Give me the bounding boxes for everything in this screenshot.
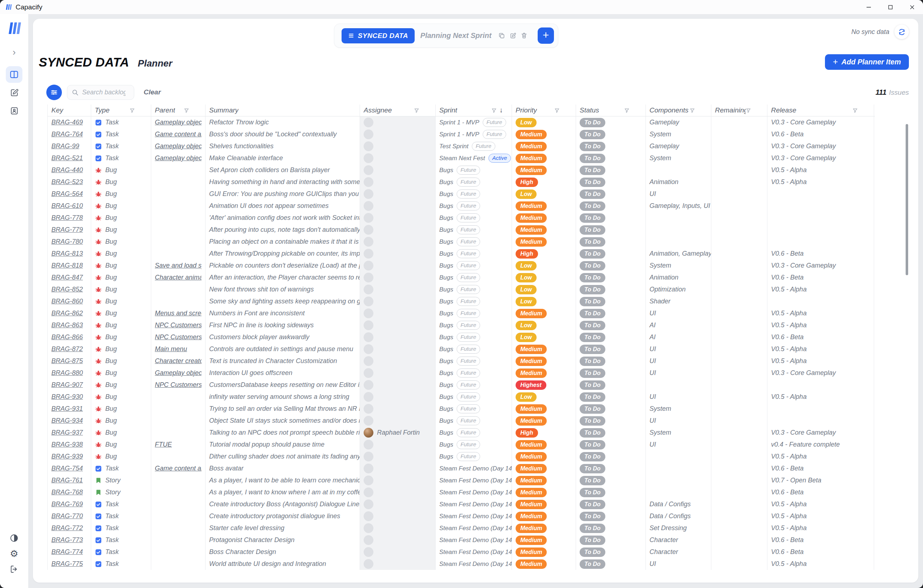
issue-key-link[interactable]: BRAG-847	[51, 274, 83, 281]
issue-key-link[interactable]: BRAG-930	[51, 393, 83, 401]
table-row[interactable]: BRAG-862BugMenus and screensNumbers in F…	[48, 307, 875, 319]
issue-key-link[interactable]: BRAG-779	[51, 226, 83, 234]
table-row[interactable]: BRAG-852BugNew font throws shit ton of w…	[48, 283, 875, 295]
issue-key-link[interactable]: BRAG-872	[51, 346, 83, 353]
table-row[interactable]: BRAG-931BugTrying to sell an order via S…	[48, 403, 875, 415]
clear-filters-link[interactable]: Clear	[144, 88, 161, 96]
add-sprint-button[interactable]: +	[538, 28, 554, 44]
filter-funnel-icon[interactable]	[852, 108, 858, 113]
issue-key-link[interactable]: BRAG-764	[51, 131, 83, 138]
filter-funnel-icon[interactable]	[554, 108, 560, 113]
table-row[interactable]: BRAG-523BugHaving something in hand and …	[48, 176, 875, 188]
issue-key-link[interactable]: BRAG-939	[51, 453, 83, 460]
table-row[interactable]: BRAG-938BugFTUETutorial modal popup shou…	[48, 439, 875, 450]
column-header-components[interactable]: Components	[646, 105, 711, 116]
issue-key-link[interactable]: BRAG-770	[51, 513, 83, 520]
vertical-scrollbar[interactable]	[906, 124, 908, 275]
minimize-button[interactable]	[858, 0, 880, 14]
issue-key-link[interactable]: BRAG-860	[51, 298, 83, 305]
table-row[interactable]: BRAG-769TaskCreate introductory Boss (An…	[48, 498, 875, 510]
parent-link[interactable]: Menus and screens	[155, 310, 202, 317]
issue-key-link[interactable]: BRAG-852	[51, 286, 83, 293]
issue-key-link[interactable]: BRAG-862	[51, 310, 83, 317]
table-row[interactable]: BRAG-860BugSome sky and lighting assets …	[48, 295, 875, 307]
sort-desc-icon[interactable]: ↓	[500, 106, 503, 114]
sidebar-item-contacts[interactable]	[6, 102, 23, 119]
table-row[interactable]: BRAG-772TaskStarter cafe level dressingS…	[48, 522, 875, 534]
table-row[interactable]: BRAG-937BugTalking to an NPC does not pr…	[48, 427, 875, 439]
table-row[interactable]: BRAG-934BugObject State UI stays stuck s…	[48, 415, 875, 427]
issue-key-link[interactable]: BRAG-754	[51, 465, 83, 472]
parent-link[interactable]: Character animatio	[155, 274, 202, 281]
issue-key-link[interactable]: BRAG-780	[51, 238, 83, 246]
filter-funnel-icon[interactable]	[746, 108, 751, 113]
table-row[interactable]: BRAG-779BugAfter pouring into cups, note…	[48, 224, 875, 236]
table-row[interactable]: BRAG-863BugNPC CustomersFirst NPC in lin…	[48, 319, 875, 331]
delete-sprint-button[interactable]	[520, 31, 528, 40]
table-row[interactable]: BRAG-440BugSet Apron cloth colliders on …	[48, 164, 875, 176]
filter-funnel-icon[interactable]	[184, 108, 189, 113]
filter-funnel-icon[interactable]	[624, 108, 629, 113]
column-header-release[interactable]: Release	[767, 105, 874, 116]
column-header-remaining[interactable]: Remaining E	[711, 105, 767, 116]
parent-link[interactable]: Game content and a	[155, 465, 202, 472]
column-header-status[interactable]: Status	[576, 105, 646, 116]
table-row[interactable]: BRAG-907BugNPC CustomersCustomersDatabas…	[48, 379, 875, 391]
filter-funnel-icon[interactable]	[130, 108, 135, 113]
issue-key-link[interactable]: BRAG-866	[51, 333, 83, 341]
issue-key-link[interactable]: BRAG-937	[51, 429, 83, 436]
sprint-tab-label[interactable]: Planning Next Sprint	[420, 31, 492, 40]
filter-button[interactable]	[46, 85, 62, 100]
issue-key-link[interactable]: BRAG-875	[51, 357, 83, 365]
table-row[interactable]: BRAG-780BugPlacing an object on a contai…	[48, 236, 875, 248]
issue-key-link[interactable]: BRAG-521	[51, 154, 83, 162]
parent-link[interactable]: Gameplay objects a	[155, 154, 202, 162]
table-row[interactable]: BRAG-761StoryAs a player, I want to be a…	[48, 475, 875, 486]
column-header-sprint[interactable]: Sprint↓	[436, 105, 512, 116]
table-row[interactable]: BRAG-774TaskBoss Character DesignSteam F…	[48, 546, 875, 558]
table-row[interactable]: BRAG-866BugNPC CustomersCustomers block …	[48, 331, 875, 343]
table-row[interactable]: BRAG-872BugMain menuControls are outdate…	[48, 343, 875, 355]
issue-key-link[interactable]: BRAG-773	[51, 536, 83, 544]
parent-link[interactable]: NPC Customers	[155, 333, 202, 341]
table-row[interactable]: BRAG-930Buginfinity water serving amount…	[48, 391, 875, 403]
table-row[interactable]: BRAG-939BugDither culling shader does no…	[48, 450, 875, 462]
table-row[interactable]: BRAG-610BugAnimation UI does not appear …	[48, 200, 875, 212]
duplicate-sprint-button[interactable]	[498, 31, 506, 40]
issue-key-link[interactable]: BRAG-769	[51, 501, 83, 508]
issue-key-link[interactable]: BRAG-564	[51, 190, 83, 198]
issue-key-link[interactable]: BRAG-99	[51, 142, 79, 150]
table-row[interactable]: BRAG-813BugAfter Throwing/Dropping picka…	[48, 248, 875, 260]
issue-key-link[interactable]: BRAG-907	[51, 381, 83, 389]
parent-link[interactable]: NPC Customers	[155, 381, 202, 389]
table-row[interactable]: BRAG-564BugGUI Error: You are pushing mo…	[48, 188, 875, 200]
close-button[interactable]	[901, 0, 923, 14]
issue-key-link[interactable]: BRAG-523	[51, 178, 83, 186]
parent-link[interactable]: FTUE	[155, 441, 172, 449]
issue-key-link[interactable]: BRAG-934	[51, 417, 83, 424]
theme-toggle-button[interactable]	[10, 534, 18, 542]
parent-link[interactable]: Gameplay objects a	[155, 142, 202, 150]
table-row[interactable]: BRAG-775TaskWorld attribute UI design an…	[48, 558, 875, 570]
edit-sprint-button[interactable]	[509, 31, 517, 40]
issue-key-link[interactable]: BRAG-440	[51, 166, 83, 174]
parent-link[interactable]: Game content and a	[155, 131, 202, 138]
parent-link[interactable]: Gameplay objects a	[155, 119, 202, 126]
sidebar-item-editor[interactable]	[6, 84, 23, 101]
issue-key-link[interactable]: BRAG-772	[51, 524, 83, 532]
column-header-assignee[interactable]: Assignee	[360, 105, 436, 116]
maximize-button[interactable]	[880, 0, 901, 14]
synced-data-button[interactable]: SYNCED DATA	[342, 28, 415, 43]
issue-key-link[interactable]: BRAG-774	[51, 548, 83, 556]
table-row[interactable]: BRAG-99TaskGameplay objects aShelves fun…	[48, 140, 875, 152]
table-row[interactable]: BRAG-768StoryAs a player, I want to know…	[48, 486, 875, 498]
sidebar-item-planner[interactable]	[6, 66, 23, 83]
table-row[interactable]: BRAG-773TaskProtagonist Character Design…	[48, 534, 875, 546]
table-row[interactable]: BRAG-875BugCharacter creator sText is tr…	[48, 355, 875, 367]
table-row[interactable]: BRAG-778Bug'After' animation config does…	[48, 212, 875, 224]
table-row[interactable]: BRAG-469TaskGameplay objects aRefactor T…	[48, 116, 875, 128]
issue-key-link[interactable]: BRAG-938	[51, 441, 83, 449]
column-header-parent[interactable]: Parent	[151, 105, 205, 116]
issue-key-link[interactable]: BRAG-931	[51, 405, 83, 413]
column-header-summary[interactable]: Summary	[205, 105, 360, 116]
